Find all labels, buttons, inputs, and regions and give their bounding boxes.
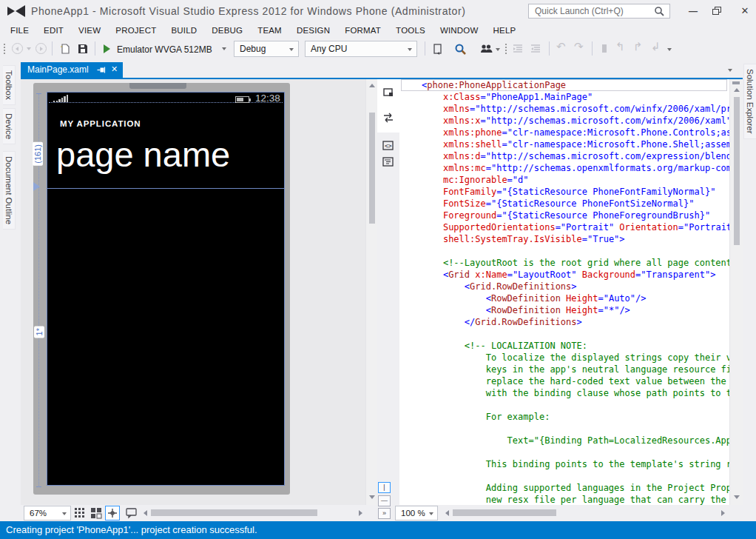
- code-line: <Grid x:Name="LayoutRoot" Background="Tr…: [422, 269, 729, 281]
- code-line: <Grid.RowDefinitions>: [422, 281, 729, 292]
- code-line: SupportedOrientations="Portrait" Orienta…: [422, 221, 729, 233]
- outdent-icon[interactable]: [530, 43, 542, 55]
- menu-design[interactable]: DESIGN: [289, 23, 337, 38]
- swap-panes-icon[interactable]: [382, 112, 394, 124]
- menu-edit[interactable]: EDIT: [36, 23, 71, 38]
- configuration-select[interactable]: Debug: [234, 41, 299, 57]
- code-line: <RowDefinition Height="*"/>: [422, 304, 729, 316]
- minimize-button[interactable]: —: [684, 6, 703, 17]
- debug-target-caret[interactable]: [222, 47, 226, 50]
- sidebar-tab-toolbox[interactable]: Toolbox: [3, 65, 16, 105]
- document-tab-strip: MainPage.xaml ✕: [21, 62, 743, 79]
- navigate-back-button[interactable]: [12, 43, 23, 54]
- editor-horizontal-scrollbar[interactable]: [444, 506, 726, 519]
- code-line: xmlns:x="http://schemas.microsoft.com/wi…: [422, 115, 729, 127]
- menu-file[interactable]: FILE: [3, 23, 36, 38]
- grid-row-marker[interactable]: [33, 182, 40, 191]
- code-line: <RowDefinition Height="Auto"/>: [422, 292, 729, 304]
- team-caret[interactable]: [496, 48, 500, 51]
- toolbar-overflow-caret[interactable]: [667, 48, 672, 51]
- editor-vertical-scrollbar[interactable]: [729, 79, 743, 505]
- pin-icon[interactable]: [97, 66, 106, 74]
- bookmark-icon[interactable]: [599, 43, 610, 54]
- status-bar-time: 12:38: [255, 93, 280, 104]
- attach-icon[interactable]: [432, 43, 445, 56]
- menu-window[interactable]: WINDOW: [433, 23, 486, 38]
- menu-build[interactable]: BUILD: [163, 23, 204, 38]
- search-icon[interactable]: [654, 6, 664, 16]
- xaml-editor[interactable]: <phone:PhoneApplicationPage x:Class="Pho…: [399, 79, 729, 505]
- team-icon[interactable]: [479, 43, 493, 55]
- menu-bar: FILEEDITVIEWPROJECTBUILDDEBUGTEAMDESIGNF…: [0, 22, 756, 38]
- editor-zoom-select[interactable]: 100 %: [395, 506, 438, 520]
- navigate-forward-button[interactable]: [36, 43, 47, 54]
- sidebar-tab-document-outline[interactable]: Document Outline: [3, 151, 16, 230]
- status-bar: Creating project 'PhoneApp1'... project …: [0, 521, 756, 539]
- code-line: x:Class="PhoneApp1.MainPage": [422, 91, 729, 103]
- menu-tools[interactable]: TOOLS: [388, 23, 433, 38]
- redo-icon[interactable]: ↷: [574, 40, 584, 53]
- close-icon[interactable]: ✕: [111, 64, 118, 74]
- find-icon[interactable]: [454, 43, 467, 56]
- navigate-back-caret[interactable]: [27, 47, 31, 50]
- doc-well-caret[interactable]: [728, 69, 732, 72]
- code-line: FontFamily="{StaticResource PhoneFontFam…: [422, 186, 729, 198]
- designer-horizontal-scrollbar[interactable]: [142, 506, 364, 519]
- vertical-split-button[interactable]: ❘: [378, 482, 391, 493]
- menu-help[interactable]: HELP: [486, 23, 524, 38]
- page-title-text[interactable]: page name: [56, 134, 230, 175]
- undo-icon[interactable]: ↶: [556, 40, 566, 53]
- expand-pane-button[interactable]: »: [378, 508, 391, 519]
- xaml-view-icon[interactable]: <>: [382, 140, 394, 152]
- next-bookmark-icon[interactable]: ↱: [633, 40, 643, 53]
- indent-icon[interactable]: [512, 43, 524, 55]
- document-outline-icon[interactable]: [382, 156, 394, 168]
- code-line: [422, 328, 729, 340]
- status-text: Creating project 'PhoneApp1'... project …: [6, 524, 257, 535]
- design-view-icon[interactable]: [382, 87, 394, 98]
- code-line: xmlns:shell="clr-namespace:Microsoft.Pho…: [422, 138, 729, 150]
- snap-grid-icon[interactable]: [90, 507, 102, 519]
- debug-target-button[interactable]: Emulator WVGA 512MB: [117, 44, 212, 55]
- code-line: xmlns:mc="http://schemas.openxmlformats.…: [422, 162, 729, 174]
- code-line: with the binding clause whose path point…: [422, 387, 729, 399]
- toolbar-grip[interactable]: [3, 43, 6, 55]
- show-grid-icon[interactable]: [74, 507, 84, 518]
- prev-bookmark-icon[interactable]: ↰: [615, 40, 625, 53]
- toolbar-grip-2[interactable]: [504, 43, 507, 55]
- grid-row-star-label[interactable]: 1*: [34, 326, 44, 338]
- sidebar-tab-solution-explorer[interactable]: Solution Explorer: [743, 64, 756, 139]
- sidebar-tab-device[interactable]: Device: [3, 108, 16, 144]
- new-file-button[interactable]: [59, 43, 71, 55]
- designer-pane: 12:38 MY APPLICATION page name (161) 1*: [21, 79, 365, 505]
- designer-zoom-select[interactable]: 67%: [24, 506, 71, 520]
- left-autohide-strip: ToolboxDeviceDocument Outline: [0, 59, 21, 521]
- annotations-icon[interactable]: [126, 507, 138, 519]
- designer-vertical-scrollbar[interactable]: [365, 79, 377, 505]
- menu-debug[interactable]: DEBUG: [204, 23, 250, 38]
- menu-team[interactable]: TEAM: [250, 23, 289, 38]
- svg-text:<>: <>: [385, 143, 392, 150]
- menu-view[interactable]: VIEW: [71, 23, 108, 38]
- menu-format[interactable]: FORMAT: [337, 23, 388, 38]
- horizontal-split-button[interactable]: —: [378, 495, 391, 506]
- restore-button[interactable]: [709, 6, 728, 17]
- grid-row-height-label[interactable]: (161): [33, 142, 43, 166]
- code-text[interactable]: <phone:PhoneApplicationPage x:Class="Pho…: [422, 79, 729, 505]
- start-debugging-icon[interactable]: [104, 44, 110, 53]
- document-tab-mainpage[interactable]: MainPage.xaml ✕: [21, 62, 123, 78]
- designer-bottom-bar: 67%: [21, 505, 377, 521]
- menu-project[interactable]: PROJECT: [108, 23, 163, 38]
- app-title-text[interactable]: MY APPLICATION: [60, 119, 141, 128]
- editor-split-grip[interactable]: [732, 81, 740, 84]
- code-line: FontSize="{StaticResource PhoneFontSizeN…: [422, 198, 729, 210]
- save-button[interactable]: [77, 43, 89, 55]
- snaplines-toggle[interactable]: [105, 506, 120, 520]
- platform-select[interactable]: Any CPU: [305, 41, 417, 57]
- phone-screen[interactable]: 12:38 MY APPLICATION page name: [47, 92, 285, 486]
- clear-bookmarks-icon[interactable]: ↲: [651, 40, 661, 53]
- vs-window: PhoneApp1 - Microsoft Visual Studio Expr…: [0, 0, 756, 539]
- close-button[interactable]: ✕: [735, 6, 755, 17]
- code-line: Foreground="{StaticResource PhoneForegro…: [422, 210, 729, 221]
- quick-launch-input[interactable]: Quick Launch (Ctrl+Q): [528, 4, 670, 19]
